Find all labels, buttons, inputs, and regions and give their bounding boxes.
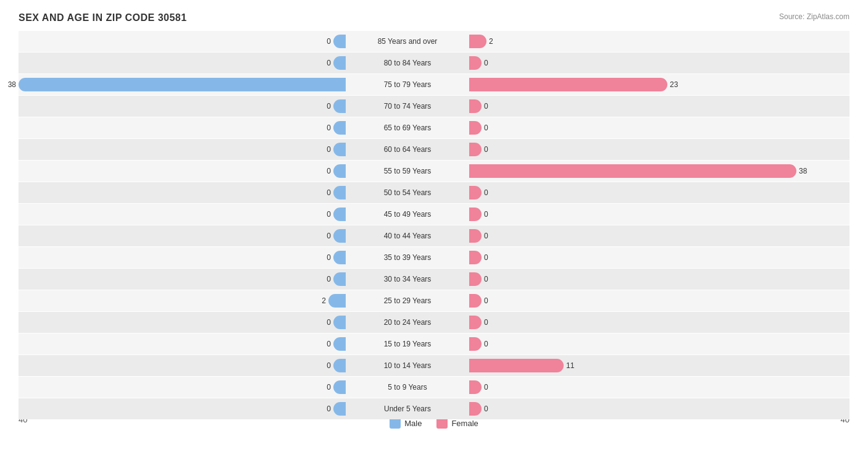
male-section: 0 — [19, 377, 346, 398]
male-value: 0 — [327, 318, 331, 327]
bar-row: 015 to 19 Years0 — [19, 333, 849, 354]
female-section: 0 — [469, 52, 796, 73]
female-section: 0 — [469, 312, 796, 333]
female-bar — [469, 251, 482, 264]
male-bar — [333, 35, 346, 48]
female-bar — [469, 35, 486, 48]
male-section: 38 — [19, 74, 346, 95]
bar-row: 055 to 59 Years38 — [19, 161, 849, 182]
bar-row: 3875 to 79 Years23 — [19, 74, 849, 95]
male-section: 0 — [19, 225, 346, 246]
male-bar — [333, 99, 346, 113]
female-section: 0 — [469, 182, 796, 203]
age-label: 40 to 44 Years — [346, 232, 469, 240]
male-section: 0 — [19, 333, 346, 354]
female-section: 0 — [469, 225, 796, 246]
bar-row: 045 to 49 Years0 — [19, 204, 849, 225]
age-label: 50 to 54 Years — [346, 188, 469, 197]
bar-row: 020 to 24 Years0 — [19, 312, 849, 333]
female-value: 0 — [484, 188, 488, 197]
female-value: 2 — [489, 37, 493, 46]
bar-row: 060 to 64 Years0 — [19, 139, 849, 160]
female-label: Female — [451, 419, 478, 428]
bar-row: 225 to 29 Years0 — [19, 290, 849, 311]
male-value: 0 — [327, 405, 331, 413]
female-value: 0 — [484, 145, 488, 154]
age-label: 65 to 69 Years — [346, 124, 469, 132]
female-bar — [469, 316, 482, 329]
bar-row: 040 to 44 Years0 — [19, 225, 849, 246]
age-label: 15 to 19 Years — [346, 340, 469, 348]
female-bar — [469, 359, 564, 372]
source-text: Source: ZipAtlas.com — [779, 12, 849, 21]
age-label: 5 to 9 Years — [346, 383, 469, 392]
male-section: 0 — [19, 117, 346, 138]
male-value: 0 — [327, 210, 331, 219]
female-value: 0 — [484, 59, 488, 67]
age-label: 30 to 34 Years — [346, 275, 469, 283]
male-section: 2 — [19, 290, 346, 311]
female-section: 2 — [469, 31, 796, 52]
male-value: 0 — [327, 37, 331, 46]
male-section: 0 — [19, 204, 346, 225]
age-label: 20 to 24 Years — [346, 318, 469, 327]
male-bar — [333, 164, 346, 178]
female-section: 38 — [469, 161, 796, 182]
male-value: 0 — [327, 275, 331, 283]
bar-row: 065 to 69 Years0 — [19, 117, 849, 138]
bar-row: 080 to 84 Years0 — [19, 52, 849, 73]
bar-row: 085 Years and over2 — [19, 31, 849, 52]
bar-row: 0Under 5 Years0 — [19, 398, 849, 419]
male-value: 0 — [327, 167, 331, 175]
female-value: 0 — [484, 405, 488, 413]
female-bar — [469, 56, 482, 70]
age-label: 80 to 84 Years — [346, 59, 469, 67]
age-label: 85 Years and over — [346, 37, 469, 46]
female-section: 0 — [469, 204, 796, 225]
male-bar — [333, 316, 346, 329]
female-bar — [469, 99, 482, 113]
male-section: 0 — [19, 312, 346, 333]
chart-area: 085 Years and over2080 to 84 Years03875 … — [19, 31, 849, 414]
female-bar — [469, 121, 482, 135]
female-value: 0 — [484, 296, 488, 305]
female-section: 0 — [469, 117, 796, 138]
female-bar — [469, 208, 482, 221]
male-value: 0 — [327, 102, 331, 111]
male-value: 0 — [327, 188, 331, 197]
female-bar — [469, 380, 482, 394]
female-value: 0 — [484, 124, 488, 132]
male-section: 0 — [19, 398, 346, 419]
female-value: 0 — [484, 275, 488, 283]
male-bar — [333, 359, 346, 372]
male-section: 0 — [19, 139, 346, 160]
age-label: 55 to 59 Years — [346, 167, 469, 175]
male-bar — [333, 251, 346, 264]
female-section: 11 — [469, 355, 796, 376]
age-label: 35 to 39 Years — [346, 253, 469, 262]
female-section: 0 — [469, 377, 796, 398]
female-section: 23 — [469, 74, 796, 95]
male-bar — [333, 56, 346, 70]
female-bar — [469, 402, 482, 416]
male-section: 0 — [19, 96, 346, 117]
male-value: 0 — [327, 232, 331, 240]
male-bar — [328, 294, 346, 308]
male-section: 0 — [19, 31, 346, 52]
male-value: 0 — [327, 383, 331, 392]
age-label: 75 to 79 Years — [346, 80, 469, 89]
male-bar — [333, 402, 346, 416]
female-section: 0 — [469, 290, 796, 311]
male-value: 0 — [327, 340, 331, 348]
female-value: 0 — [484, 318, 488, 327]
female-value: 38 — [799, 167, 807, 175]
female-bar — [469, 272, 482, 286]
bar-row: 05 to 9 Years0 — [19, 377, 849, 398]
male-bar — [333, 208, 346, 221]
male-value: 0 — [327, 253, 331, 262]
female-section: 0 — [469, 398, 796, 419]
female-value: 11 — [566, 361, 574, 370]
male-value: 0 — [327, 124, 331, 132]
bar-row: 010 to 14 Years11 — [19, 355, 849, 376]
male-section: 0 — [19, 52, 346, 73]
